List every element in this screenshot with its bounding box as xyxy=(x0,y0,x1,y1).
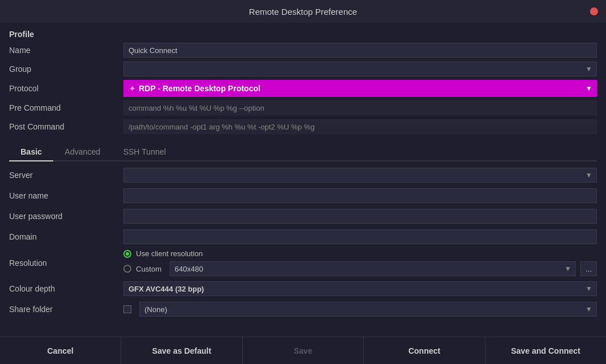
resolution-use-client-radio[interactable] xyxy=(123,250,131,258)
protocol-select-display[interactable]: ✦ RDP - Remote Desktop Protocol ▼ xyxy=(123,80,597,97)
name-row: Name xyxy=(9,42,597,58)
colour-depth-select[interactable]: GFX AVC444 (32 bpp) xyxy=(123,281,597,296)
title-bar: Remote Desktop Preference xyxy=(0,0,606,23)
post-command-input[interactable] xyxy=(123,119,597,134)
tabs-row: Basic Advanced SSH Tunnel xyxy=(9,143,597,161)
group-label: Group xyxy=(9,64,123,74)
pre-command-label: Pre Command xyxy=(9,103,123,112)
share-folder-select[interactable]: (None) xyxy=(139,302,597,317)
cancel-button[interactable]: Cancel xyxy=(0,337,121,364)
userpassword-label: User password xyxy=(9,212,123,221)
resolution-custom-select[interactable]: 640x480 xyxy=(170,261,576,276)
username-row: User name xyxy=(9,188,597,204)
resolution-custom-label: Custom xyxy=(136,265,162,273)
resolution-field: Use client resolution Custom 640x480 ▼ xyxy=(123,249,597,276)
protocol-arrow: ▼ xyxy=(585,84,592,92)
colour-depth-field: GFX AVC444 (32 bpp) ▼ xyxy=(123,281,597,296)
group-field: ▼ xyxy=(123,62,597,76)
resolution-custom-row: Custom 640x480 ▼ ... xyxy=(123,261,597,276)
save-as-default-button[interactable]: Save as Default xyxy=(121,337,242,364)
main-content: Profile Name Group ▼ Protocol xyxy=(0,23,606,337)
group-select[interactable] xyxy=(123,62,597,76)
save-button[interactable]: Save xyxy=(243,337,364,364)
userpassword-row: User password xyxy=(9,208,597,224)
username-input[interactable] xyxy=(123,188,597,203)
share-folder-row: Share folder (None) ▼ xyxy=(9,301,597,317)
resolution-label: Resolution xyxy=(9,258,123,268)
domain-label: Domain xyxy=(9,232,123,241)
share-folder-checkbox[interactable] xyxy=(123,305,131,313)
resolution-dots-button[interactable]: ... xyxy=(580,261,597,276)
username-field xyxy=(123,188,597,203)
protocol-icon: ✦ xyxy=(129,84,135,93)
protocol-value: RDP - Remote Desktop Protocol xyxy=(139,84,260,93)
server-select[interactable] xyxy=(123,168,597,183)
domain-row: Domain xyxy=(9,229,597,245)
window-title: Remote Desktop Preference xyxy=(249,7,357,17)
tab-content-basic: Server ▼ User name xyxy=(9,161,597,337)
profile-section-label: Profile xyxy=(9,30,597,39)
resolution-radio-group: Use client resolution Custom 640x480 ▼ xyxy=(123,249,597,276)
userpassword-input[interactable] xyxy=(123,209,597,224)
domain-input[interactable] xyxy=(123,229,597,244)
save-and-connect-button[interactable]: Save and Connect xyxy=(485,337,606,364)
domain-field xyxy=(123,229,597,244)
username-label: User name xyxy=(9,191,123,200)
protocol-label: Protocol xyxy=(9,84,123,93)
connect-button[interactable]: Connect xyxy=(364,337,485,364)
resolution-custom-select-wrap: 640x480 ▼ xyxy=(170,261,576,276)
resolution-use-client-label: Use client resolution xyxy=(136,249,203,258)
pre-command-input[interactable] xyxy=(123,100,597,115)
resolution-row: Resolution Use client resolution Custom xyxy=(9,249,597,276)
userpassword-field xyxy=(123,209,597,224)
name-field xyxy=(123,43,597,58)
colour-depth-select-wrap: GFX AVC444 (32 bpp) ▼ xyxy=(123,281,597,296)
tab-ssh-tunnel[interactable]: SSH Tunnel xyxy=(112,143,178,160)
pre-command-field xyxy=(123,100,597,115)
share-folder-select-wrap: (None) ▼ xyxy=(139,302,597,317)
footer: Cancel Save as Default Save Connect Save… xyxy=(0,337,606,364)
colour-depth-row: Colour depth GFX AVC444 (32 bpp) ▼ xyxy=(9,281,597,297)
server-field: ▼ xyxy=(123,168,597,183)
post-command-field xyxy=(123,119,597,134)
close-button[interactable] xyxy=(590,7,598,15)
resolution-custom-radio[interactable] xyxy=(123,265,131,273)
share-folder-field: (None) ▼ xyxy=(123,302,597,317)
post-command-row: Post Command xyxy=(9,119,597,135)
tab-basic[interactable]: Basic xyxy=(9,143,53,160)
pre-command-row: Pre Command xyxy=(9,100,597,116)
colour-depth-label: Colour depth xyxy=(9,284,123,293)
name-label: Name xyxy=(9,46,123,55)
group-row: Group ▼ xyxy=(9,61,597,77)
server-label: Server xyxy=(9,171,123,180)
server-row: Server ▼ xyxy=(9,167,597,183)
share-folder-label: Share folder xyxy=(9,305,123,314)
protocol-field: ✦ RDP - Remote Desktop Protocol ▼ xyxy=(123,80,597,97)
group-select-wrap: ▼ xyxy=(123,62,597,76)
server-select-wrap: ▼ xyxy=(123,168,597,183)
window: Remote Desktop Preference Profile Name G… xyxy=(0,0,606,364)
post-command-label: Post Command xyxy=(9,122,123,131)
tab-advanced[interactable]: Advanced xyxy=(53,143,111,160)
protocol-row: Protocol ✦ RDP - Remote Desktop Protocol… xyxy=(9,80,597,97)
resolution-use-client-row: Use client resolution xyxy=(123,249,597,258)
name-input[interactable] xyxy=(123,43,597,58)
